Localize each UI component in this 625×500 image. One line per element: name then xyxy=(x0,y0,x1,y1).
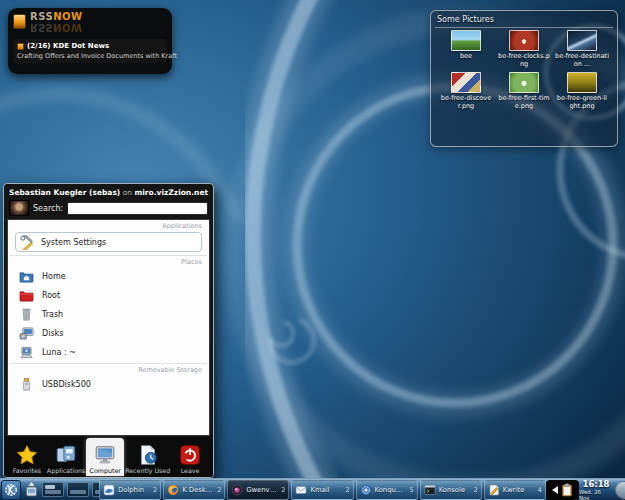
place-item-disks[interactable]: Disks xyxy=(8,324,209,343)
section-label-removable-storage: Removable Storage xyxy=(8,364,209,375)
file-icon-bee[interactable]: bee xyxy=(437,30,495,68)
rssnow-logo-reflection: RSSNOW xyxy=(30,22,83,32)
window-count: 4 xyxy=(538,486,542,494)
power-icon xyxy=(179,444,201,466)
dolphin-icon xyxy=(103,484,115,496)
rss-article-title: (2/16) KDE Dot News xyxy=(27,42,109,50)
recent-documents-icon xyxy=(137,444,159,466)
computer-icon xyxy=(94,444,116,466)
task-k-desktop[interactable]: K Desktop En... 2 xyxy=(163,480,225,500)
digital-clock[interactable]: 16:18 Wed. 26 Nov xyxy=(579,480,613,500)
red-folder-icon xyxy=(19,288,34,303)
device-notifier-icon[interactable] xyxy=(24,481,39,499)
folderview-widget: Some Pictures bee be-free-clocks.png be-… xyxy=(430,10,618,147)
kde-menu-button[interactable] xyxy=(1,480,21,500)
panel-cashew-toolbox[interactable] xyxy=(615,481,625,499)
place-item-luna[interactable]: Luna : ~ xyxy=(8,343,209,362)
window-count: 2 xyxy=(345,486,349,494)
search-label: Search: xyxy=(33,204,63,213)
laptop-icon xyxy=(19,345,34,360)
kickoff-launcher: Sebastian Kuegler (sebas) on miro.vizZzi… xyxy=(3,183,214,478)
file-icon-first-time[interactable]: be-free-first-time.png xyxy=(495,72,553,110)
device-item-usbdisk500[interactable]: USBDisk500 xyxy=(8,375,209,394)
task-kmail[interactable]: Kmail 2 xyxy=(291,480,353,500)
photo-thumbnail-clocks xyxy=(509,30,539,51)
photo-thumbnail-collage xyxy=(451,72,481,93)
tab-computer[interactable]: Computer xyxy=(86,438,124,476)
task-gwenview[interactable]: Gwenview 2 xyxy=(227,480,289,500)
applications-icon xyxy=(55,444,77,466)
clock-time: 16:18 xyxy=(582,480,609,489)
taskbar-panel: Dolphin 2 K Desktop En... 2 Gwenview xyxy=(0,478,625,500)
rss-feed-icon xyxy=(13,14,26,29)
desktop-1-cell[interactable] xyxy=(42,482,64,497)
place-item-home[interactable]: Home xyxy=(8,267,209,286)
kde-logo-icon xyxy=(4,483,18,497)
tab-leave[interactable]: Leave xyxy=(171,438,209,476)
photo-thumbnail-destination xyxy=(567,30,597,51)
window-count: 5 xyxy=(410,486,414,494)
file-icon-destination[interactable]: be-free-destination ... xyxy=(553,30,611,68)
kickoff-tab-bar: Favorites Applications xyxy=(4,436,213,477)
task-manager: Dolphin 2 K Desktop En... 2 Gwenview xyxy=(99,480,546,500)
menu-item-system-settings[interactable]: System Settings xyxy=(15,232,202,252)
tray-expand-arrow-icon[interactable] xyxy=(552,486,558,494)
place-item-trash[interactable]: Trash xyxy=(8,305,209,324)
desktop: RSSNOW RSSNOW (2/16) KDE Dot News Crafti… xyxy=(0,0,625,500)
clock-date: Wed. 26 Nov xyxy=(579,489,613,500)
tab-recently-used[interactable]: Recently Used xyxy=(125,438,170,476)
firefox-icon xyxy=(167,484,179,496)
folderview-separator xyxy=(435,27,613,28)
home-folder-icon xyxy=(19,269,34,284)
tab-favorites[interactable]: Favorites xyxy=(8,438,46,476)
task-dolphin[interactable]: Dolphin 2 xyxy=(99,480,161,500)
kmail-icon xyxy=(295,484,307,496)
disks-icon xyxy=(19,326,34,341)
file-icon-green-light[interactable]: be-free-green-light.png xyxy=(553,72,611,110)
klipper-clipboard-icon[interactable] xyxy=(561,483,573,497)
window-count: 2 xyxy=(281,486,285,494)
task-konsole[interactable]: Konsole 2 xyxy=(420,480,482,500)
konsole-icon xyxy=(424,484,436,496)
window-count: 2 xyxy=(153,486,157,494)
section-label-places: Places xyxy=(8,256,209,267)
section-label-applications: Applications xyxy=(8,220,209,231)
desktop-2-cell[interactable] xyxy=(67,482,89,497)
gwenview-icon xyxy=(231,484,243,496)
trash-icon xyxy=(19,307,34,322)
rss-article[interactable]: (2/16) KDE Dot News Crafting Offers and … xyxy=(13,39,167,63)
konqueror-icon xyxy=(360,484,372,496)
kickoff-body: Applications System Settings Places xyxy=(7,219,210,436)
file-icon-discover[interactable]: be-free-discover.png xyxy=(437,72,495,110)
system-tray xyxy=(546,480,579,500)
kwrite-icon xyxy=(488,484,500,496)
rss-article-summary: Crafting Offers and Invoice Documents wi… xyxy=(17,52,163,60)
file-icon-clocks[interactable]: be-free-clocks.png xyxy=(495,30,553,68)
system-settings-icon xyxy=(20,235,35,250)
folderview-title: Some Pictures xyxy=(437,15,611,24)
photo-thumbnail-green-light xyxy=(567,72,597,93)
task-kwrite[interactable]: Kwrite 4 xyxy=(484,480,546,500)
rssnow-header: RSSNOW RSSNOW xyxy=(13,12,167,38)
window-count: 2 xyxy=(217,486,221,494)
search-input[interactable] xyxy=(67,202,208,215)
usb-drive-icon xyxy=(19,377,34,392)
photo-thumbnail-field xyxy=(509,72,539,93)
tab-applications[interactable]: Applications xyxy=(47,438,85,476)
rssnow-logo: RSSNOW xyxy=(30,12,83,22)
photo-thumbnail-landscape xyxy=(451,30,481,51)
rssnow-widget[interactable]: RSSNOW RSSNOW (2/16) KDE Dot News Crafti… xyxy=(8,8,172,74)
window-count: 2 xyxy=(474,486,478,494)
rss-item-icon xyxy=(17,43,24,50)
kickoff-user-line: Sebastian Kuegler (sebas) on miro.vizZzi… xyxy=(9,188,208,197)
task-konqueror[interactable]: Konqueror 5 xyxy=(356,480,418,500)
star-icon xyxy=(16,444,38,466)
avatar xyxy=(9,200,29,216)
kickoff-header: Sebastian Kuegler (sebas) on miro.vizZzi… xyxy=(4,184,213,219)
place-item-root[interactable]: Root xyxy=(8,286,209,305)
